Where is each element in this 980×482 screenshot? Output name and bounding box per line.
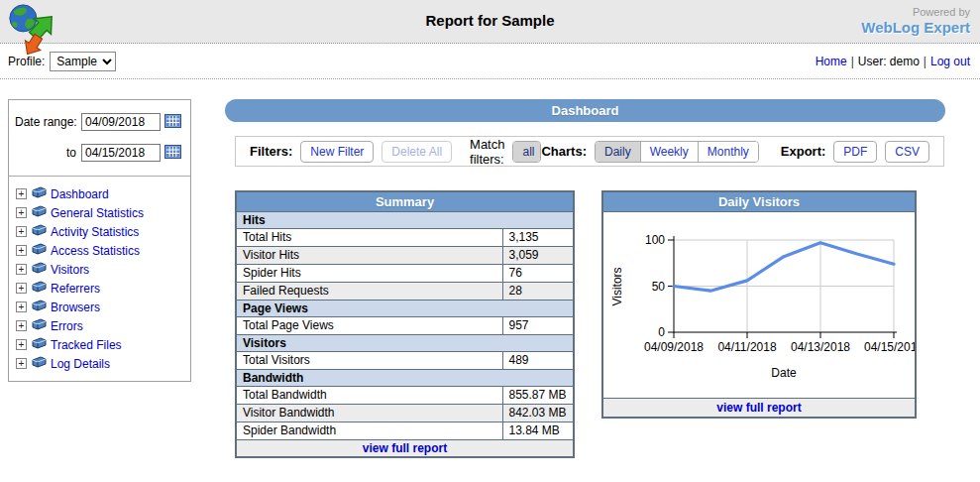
expand-icon[interactable]: + bbox=[16, 283, 27, 294]
charts-monthly-option[interactable]: Monthly bbox=[698, 142, 758, 162]
charts-daily-option[interactable]: Daily bbox=[596, 142, 640, 162]
filter-toolbar: Filters: New Filter Delete All Match fil… bbox=[235, 136, 944, 167]
sidebar-item-errors[interactable]: + Errors bbox=[16, 316, 186, 335]
section-row: Hits bbox=[236, 211, 574, 228]
profile-row: Profile: Sample Home|User: demo|Log out bbox=[0, 45, 980, 79]
expand-icon[interactable]: + bbox=[16, 207, 27, 218]
section-row: Visitors bbox=[236, 334, 574, 351]
row-label: Total Visitors bbox=[236, 351, 502, 369]
sidebar-item-general-statistics[interactable]: + General Statistics bbox=[16, 203, 186, 222]
daily-visitors-chart: 100 50 0 Visitors 04/09/2018 04/11/2018 … bbox=[603, 212, 915, 398]
calendar-icon[interactable] bbox=[164, 114, 181, 131]
logout-link[interactable]: Log out bbox=[930, 55, 970, 68]
powered-by-label: Powered by bbox=[861, 5, 970, 20]
sidebar-item-referrers[interactable]: + Referrers bbox=[16, 279, 186, 298]
book-icon bbox=[32, 186, 47, 201]
table-row: Failed Requests28 bbox=[236, 282, 574, 300]
expand-icon[interactable]: + bbox=[16, 245, 27, 256]
row-label: Total Bandwidth bbox=[236, 386, 502, 404]
sidebar-item-label[interactable]: Visitors bbox=[51, 263, 89, 277]
table-row: Visitor Bandwidth842.03 MB bbox=[236, 404, 574, 422]
table-footer-row: view full report bbox=[236, 439, 574, 457]
row-label: Spider Bandwidth bbox=[236, 422, 502, 439]
section-header-visitors: Visitors bbox=[236, 334, 574, 351]
sidebar-item-visitors[interactable]: + Visitors bbox=[16, 260, 186, 279]
x-tick-3: 04/15/2018 bbox=[864, 340, 915, 354]
section-row: Page Views bbox=[236, 300, 574, 316]
summary-view-full-report-link[interactable]: view full report bbox=[363, 441, 447, 455]
sidebar-item-label[interactable]: Log Details bbox=[51, 357, 110, 371]
expand-icon[interactable]: + bbox=[16, 188, 27, 199]
chart-title: Daily Visitors bbox=[603, 192, 915, 212]
visitors-line-series bbox=[674, 243, 894, 291]
user-links: Home|User: demo|Log out bbox=[816, 55, 970, 68]
profile-select[interactable]: Sample bbox=[50, 52, 116, 71]
row-value: 842.03 MB bbox=[502, 404, 574, 422]
section-header-page-views: Page Views bbox=[236, 300, 574, 316]
table-row: Total Visitors489 bbox=[236, 351, 574, 369]
date-range-label: Date range: bbox=[15, 115, 76, 129]
delete-all-button[interactable]: Delete All bbox=[381, 141, 452, 163]
summary-table: Summary Hits Total Hits3,135 Visitor Hit… bbox=[235, 190, 575, 458]
row-value: 28 bbox=[502, 282, 574, 300]
expand-icon[interactable]: + bbox=[16, 320, 27, 331]
charts-weekly-option[interactable]: Weekly bbox=[640, 142, 698, 162]
book-icon bbox=[32, 224, 47, 239]
expand-icon[interactable]: + bbox=[16, 339, 27, 350]
sidebar-item-label[interactable]: Browsers bbox=[51, 301, 100, 314]
sidebar-item-label[interactable]: Activity Statistics bbox=[51, 225, 139, 239]
sidebar-item-dashboard[interactable]: + Dashboard bbox=[16, 184, 186, 203]
y-tick-50: 50 bbox=[652, 280, 666, 294]
sidebar-item-label[interactable]: Referrers bbox=[51, 282, 100, 296]
summary-title: Summary bbox=[236, 191, 574, 211]
match-all-option[interactable]: all bbox=[513, 142, 541, 162]
charts-segmented: Daily Weekly Monthly bbox=[595, 141, 759, 163]
expand-icon[interactable]: + bbox=[16, 264, 27, 275]
sidebar-item-label[interactable]: Tracked Files bbox=[51, 338, 122, 352]
main-area: Dashboard Filters: New Filter Delete All… bbox=[225, 99, 945, 458]
row-value: 76 bbox=[502, 264, 574, 282]
sidebar-item-label[interactable]: Errors bbox=[51, 319, 83, 333]
x-tick-2: 04/13/2018 bbox=[791, 340, 850, 354]
row-label: Spider Hits bbox=[236, 264, 502, 282]
date-from-input[interactable] bbox=[81, 113, 161, 131]
sidebar-item-access-statistics[interactable]: + Access Statistics bbox=[16, 241, 186, 260]
separator: | bbox=[924, 55, 926, 68]
new-filter-button[interactable]: New Filter bbox=[300, 141, 374, 163]
sidebar-item-browsers[interactable]: + Browsers bbox=[16, 298, 186, 316]
weblog-expert-logo-icon bbox=[6, 2, 59, 59]
expand-icon[interactable]: + bbox=[16, 226, 27, 237]
book-icon bbox=[32, 262, 47, 277]
sidebar-item-log-details[interactable]: + Log Details bbox=[16, 354, 186, 373]
x-axis-title: Date bbox=[771, 366, 797, 380]
table-row: Spider Bandwidth13.84 MB bbox=[236, 422, 574, 439]
home-link[interactable]: Home bbox=[816, 55, 847, 68]
sidebar-item-tracked-files[interactable]: + Tracked Files bbox=[16, 335, 186, 354]
y-tick-0: 0 bbox=[658, 325, 665, 339]
export-csv-button[interactable]: CSV bbox=[885, 141, 929, 163]
chart-view-full-report-link[interactable]: view full report bbox=[716, 401, 801, 415]
charts-label: Charts: bbox=[541, 144, 587, 159]
expand-icon[interactable]: + bbox=[16, 301, 27, 312]
section-header-bandwidth: Bandwidth bbox=[236, 369, 574, 386]
calendar-icon[interactable] bbox=[164, 145, 181, 162]
table-row: Total Hits3,135 bbox=[236, 228, 574, 246]
row-value: 855.87 MB bbox=[502, 386, 574, 404]
table-row: Total Bandwidth855.87 MB bbox=[236, 386, 574, 404]
match-filters-segmented: all any bbox=[512, 141, 541, 163]
row-value: 13.84 MB bbox=[502, 422, 574, 439]
book-icon bbox=[32, 318, 47, 333]
row-label: Total Hits bbox=[236, 228, 502, 246]
export-pdf-button[interactable]: PDF bbox=[833, 141, 877, 163]
date-to-label: to bbox=[15, 146, 76, 160]
page-title: Report for Sample bbox=[0, 12, 980, 29]
book-icon bbox=[32, 243, 47, 258]
expand-icon[interactable]: + bbox=[16, 358, 27, 369]
sidebar-item-label[interactable]: Dashboard bbox=[51, 187, 109, 201]
date-to-input[interactable] bbox=[81, 144, 161, 162]
book-icon bbox=[32, 205, 47, 220]
daily-visitors-panel: Daily Visitors bbox=[601, 190, 917, 419]
sidebar-item-label[interactable]: Access Statistics bbox=[51, 244, 140, 258]
sidebar-item-label[interactable]: General Statistics bbox=[51, 206, 144, 220]
sidebar-item-activity-statistics[interactable]: + Activity Statistics bbox=[16, 222, 186, 241]
